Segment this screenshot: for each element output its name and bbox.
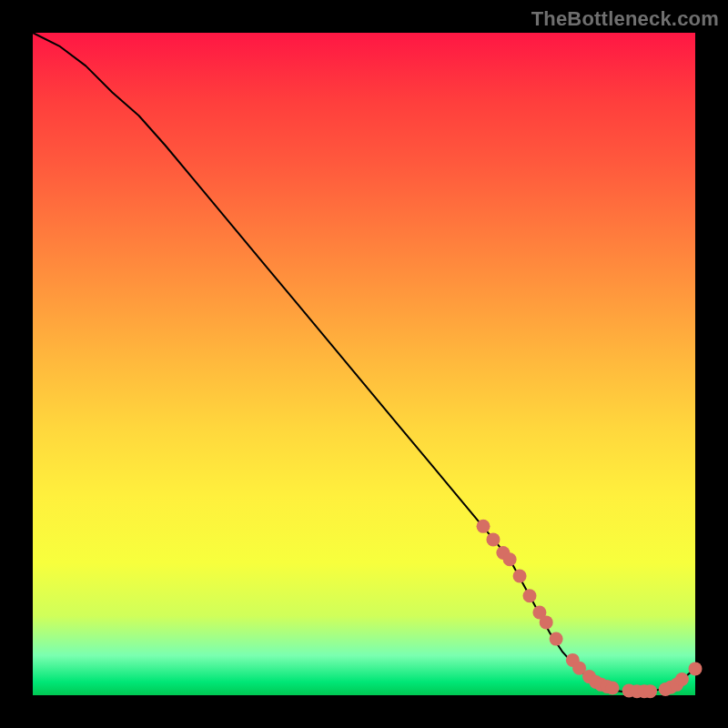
chart-container: TheBottleneck.com xyxy=(0,0,728,728)
marker-point xyxy=(513,569,527,582)
marker-point xyxy=(606,681,620,694)
marker-point xyxy=(689,662,703,675)
marker-point xyxy=(486,532,500,546)
marker-point xyxy=(643,684,657,698)
marker-point xyxy=(675,672,689,686)
marker-point xyxy=(540,615,553,629)
plot-area xyxy=(33,33,695,695)
marker-point xyxy=(477,520,490,533)
bottleneck-curve xyxy=(33,33,695,693)
marker-point xyxy=(503,552,517,566)
marker-point xyxy=(550,632,563,646)
attribution-label: TheBottleneck.com xyxy=(531,7,719,31)
marker-point xyxy=(523,589,537,602)
highlight-markers xyxy=(477,520,703,698)
curve-svg xyxy=(33,33,695,695)
